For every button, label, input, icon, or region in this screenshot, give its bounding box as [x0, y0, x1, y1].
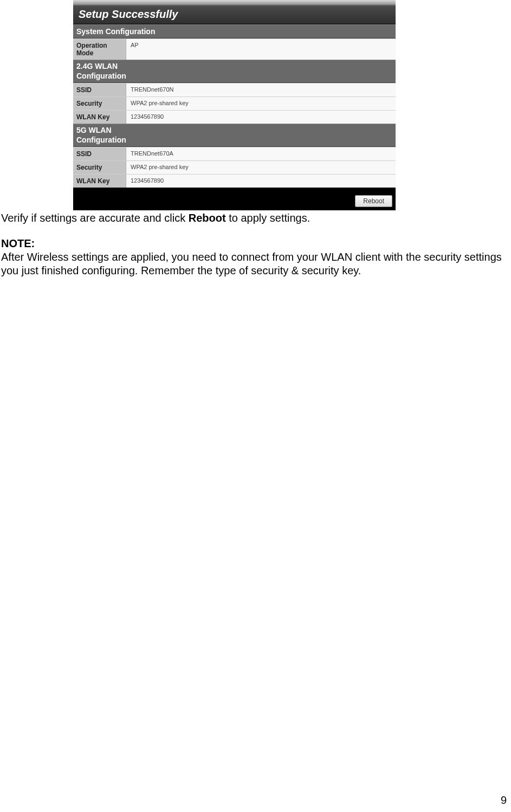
row-24g-security: Security WPA2 pre-shared key [73, 96, 396, 110]
value-operation-mode: AP [126, 39, 396, 60]
note-label: NOTE: [1, 237, 35, 249]
verify-paragraph: Verify if settings are accurate and clic… [1, 211, 511, 225]
panel-footer: Reboot [73, 188, 396, 210]
note-body: After Wireless settings are applied, you… [1, 251, 502, 276]
label-24g-security: Security [73, 97, 126, 110]
value-24g-wlan-key: 1234567890 [126, 111, 396, 124]
section-5g-wlan: 5G WLAN Configuration [73, 124, 396, 147]
section-system-configuration: System Configuration [73, 24, 396, 38]
panel-title: Setup Successfully [73, 5, 396, 24]
label-24g-ssid: SSID [73, 83, 126, 96]
row-24g-ssid: SSID TRENDnet670N [73, 83, 396, 96]
config-panel-container: Setup Successfully System Configuration … [73, 0, 396, 210]
label-operation-mode: Operation Mode [73, 39, 126, 60]
value-24g-security: WPA2 pre-shared key [126, 97, 396, 110]
label-5g-wlan-key: WLAN Key [73, 175, 126, 188]
label-24g-wlan-key: WLAN Key [73, 111, 126, 124]
page-number: 9 [501, 794, 507, 807]
row-5g-wlan-key: WLAN Key 1234567890 [73, 174, 396, 188]
section-24g-line1: 2.4G WLAN [76, 62, 118, 70]
value-5g-ssid: TRENDnet670A [126, 147, 396, 160]
section-24g-wlan: 2.4G WLAN Configuration [73, 60, 396, 83]
value-5g-wlan-key: 1234567890 [126, 175, 396, 188]
reboot-button[interactable]: Reboot [355, 195, 392, 207]
row-5g-ssid: SSID TRENDnet670A [73, 147, 396, 160]
label-5g-security: Security [73, 161, 126, 174]
section-5g-line1: 5G WLAN [76, 126, 112, 134]
section-5g-line2: Configuration [76, 136, 126, 144]
verify-prefix: Verify if settings are accurate and clic… [1, 212, 189, 224]
note-paragraph: NOTE: After Wireless settings are applie… [1, 237, 511, 278]
panel-topbar [73, 0, 396, 5]
label-5g-ssid: SSID [73, 147, 126, 160]
document-text: Verify if settings are accurate and clic… [0, 210, 511, 278]
row-operation-mode: Operation Mode AP [73, 38, 396, 60]
section-24g-line2: Configuration [76, 72, 126, 80]
verify-suffix: to apply settings. [226, 212, 311, 224]
config-panel: Setup Successfully System Configuration … [73, 0, 396, 210]
row-5g-security: Security WPA2 pre-shared key [73, 160, 396, 174]
value-5g-security: WPA2 pre-shared key [126, 161, 396, 174]
row-24g-wlan-key: WLAN Key 1234567890 [73, 110, 396, 124]
verify-reboot-word: Reboot [189, 212, 226, 224]
value-24g-ssid: TRENDnet670N [126, 83, 396, 96]
